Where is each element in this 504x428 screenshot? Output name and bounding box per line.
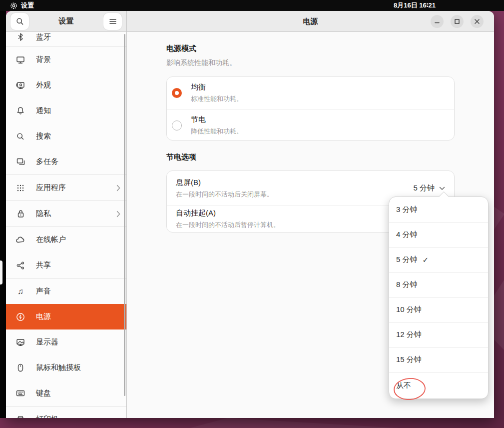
primary-menu-button[interactable]: [103, 13, 122, 30]
share-nodes-icon: [16, 261, 25, 270]
radio-unselected-icon[interactable]: [172, 120, 182, 130]
sidebar: 设置 蓝牙 背景: [6, 11, 127, 418]
cloud-icon: [16, 236, 25, 244]
sidebar-item-label: 打印机: [36, 414, 58, 418]
topbar-clock[interactable]: 8月16日 16∶21: [394, 0, 436, 11]
row-label: 息屏(B): [176, 178, 273, 188]
sidebar-item-online-accounts[interactable]: 在线帐户: [6, 227, 126, 252]
sidebar-item-label: 电源: [36, 312, 51, 322]
power-saving-section-title: 节电选项: [166, 152, 196, 162]
sidebar-item-bluetooth[interactable]: 蓝牙: [6, 32, 126, 46]
printer-icon: [16, 415, 25, 418]
screen-blank-dropdown[interactable]: 5 分钟: [413, 184, 445, 193]
sidebar-item-multitasking[interactable]: 多任务: [6, 149, 126, 174]
topbar-active-app[interactable]: 设置: [10, 0, 34, 11]
monitor-icon: [16, 338, 25, 347]
display-background-icon: [16, 56, 25, 64]
power-mode-section-title: 电源模式: [166, 44, 196, 54]
wallpaper-facet: [190, 418, 400, 428]
sidebar-item-label: 鼠标和触摸板: [36, 363, 81, 372]
sidebar-item-sharing[interactable]: 共享: [6, 252, 126, 278]
topbar-app-label: 设置: [21, 1, 34, 10]
sidebar-item-label: 声音: [36, 286, 51, 296]
search-button[interactable]: [10, 13, 29, 30]
sidebar-item-appearance[interactable]: 外观: [6, 72, 126, 98]
multitasking-icon: [16, 158, 25, 166]
menu-item-12-min[interactable]: 12 分钟: [389, 322, 488, 347]
sidebar-item-label: 应用程序: [36, 183, 66, 192]
sidebar-item-search[interactable]: 搜索: [6, 124, 126, 149]
power-mode-option-power-saver[interactable]: 节电 降低性能和功耗。: [167, 109, 454, 140]
minimize-button[interactable]: [431, 15, 444, 28]
hamburger-menu-icon: [109, 18, 116, 24]
sidebar-item-label: 键盘: [36, 388, 51, 398]
maximize-icon: [455, 19, 460, 24]
window-controls: [431, 15, 484, 28]
row-label: 自动挂起(A): [176, 208, 280, 218]
sidebar-item-label: 蓝牙: [36, 32, 51, 42]
chevron-right-icon: [116, 184, 120, 192]
bluetooth-icon: [16, 32, 25, 42]
menu-item-label: 5 分钟: [396, 255, 418, 264]
sidebar-item-applications[interactable]: 应用程序: [6, 175, 126, 200]
row-description: 在一段时间的不活动后关闭屏幕。: [176, 190, 273, 199]
sidebar-item-printers[interactable]: 打印机: [6, 406, 126, 418]
screen-edge-shadow: [0, 11, 6, 418]
menu-item-label: 3 分钟: [396, 205, 418, 214]
row-description: 在一段时间的不活动后暂停计算机。: [176, 220, 280, 230]
dropdown-value: 5 分钟: [413, 184, 435, 193]
sidebar-item-privacy[interactable]: 隐私: [6, 201, 126, 226]
menu-item-5-min[interactable]: 5 分钟 ✓: [389, 247, 488, 272]
menu-item-4-min[interactable]: 4 分钟: [389, 222, 488, 247]
system-top-bar: 设置 8月16日 16∶21: [0, 0, 504, 11]
radio-selected-icon[interactable]: [172, 88, 182, 98]
sidebar-item-label: 隐私: [36, 209, 51, 218]
sidebar-item-background[interactable]: 背景: [6, 47, 126, 72]
sidebar-item-label: 共享: [36, 260, 51, 270]
sidebar-item-label: 显示器: [36, 338, 58, 347]
settings-window: 设置 蓝牙 背景: [6, 11, 494, 418]
app-grid-icon: [16, 184, 25, 192]
menu-item-label: 12 分钟: [396, 330, 422, 340]
option-description: 标准性能和功耗。: [191, 94, 243, 104]
sidebar-title: 设置: [59, 16, 74, 26]
power-settings-page: 电源模式 影响系统性能和功耗。 均衡 标准性能和功耗。 节电 降低性能和功耗。 …: [127, 32, 494, 418]
sidebar-item-power[interactable]: 电源: [6, 304, 126, 330]
menu-item-label: 15 分钟: [396, 355, 422, 364]
check-icon: ✓: [423, 256, 429, 264]
mouse-icon: [16, 364, 25, 372]
search-icon: [16, 18, 24, 26]
sidebar-item-displays[interactable]: 显示器: [6, 330, 126, 355]
sidebar-item-mouse-touchpad[interactable]: 鼠标和触摸板: [6, 355, 126, 380]
sidebar-item-sound[interactable]: ♫ 声音: [6, 278, 126, 304]
menu-item-label: 从不: [396, 381, 411, 390]
content-headerbar[interactable]: 电源: [127, 11, 494, 32]
sidebar-item-label: 在线帐户: [36, 235, 66, 244]
search-icon: [16, 132, 25, 141]
sidebar-nav-list: 蓝牙 背景 外观 通知: [6, 32, 126, 418]
option-label: 节电: [191, 115, 243, 124]
sidebar-scrollbar[interactable]: [124, 34, 125, 396]
menu-item-3-min[interactable]: 3 分钟: [389, 197, 488, 222]
keyboard-icon: [16, 389, 25, 398]
menu-item-never[interactable]: 从不: [389, 372, 488, 398]
menu-item-15-min[interactable]: 15 分钟: [389, 347, 488, 372]
sidebar-item-label: 搜索: [36, 132, 51, 141]
close-icon: [475, 19, 480, 24]
power-mode-section-subtitle: 影响系统性能和功耗。: [166, 58, 236, 68]
menu-item-label: 10 分钟: [396, 305, 422, 314]
sidebar-item-label: 背景: [36, 55, 51, 64]
screen-blank-dropdown-menu: 3 分钟 4 分钟 5 分钟 ✓ 8 分钟 10 分钟 12 分钟 15 分钟: [389, 196, 489, 399]
close-button[interactable]: [471, 15, 484, 28]
sidebar-item-keyboard[interactable]: 键盘: [6, 380, 126, 406]
option-label: 均衡: [191, 82, 243, 92]
option-description: 降低性能和功耗。: [191, 127, 243, 136]
menu-item-10-min[interactable]: 10 分钟: [389, 297, 488, 322]
menu-item-8-min[interactable]: 8 分钟: [389, 272, 488, 297]
power-mode-card: 均衡 标准性能和功耗。 节电 降低性能和功耗。: [166, 76, 455, 140]
power-mode-option-balanced[interactable]: 均衡 标准性能和功耗。: [167, 77, 454, 109]
bell-icon: [16, 106, 25, 116]
sidebar-item-notifications[interactable]: 通知: [6, 98, 126, 124]
maximize-button[interactable]: [451, 15, 464, 28]
screen-edge-handle[interactable]: [0, 260, 2, 284]
